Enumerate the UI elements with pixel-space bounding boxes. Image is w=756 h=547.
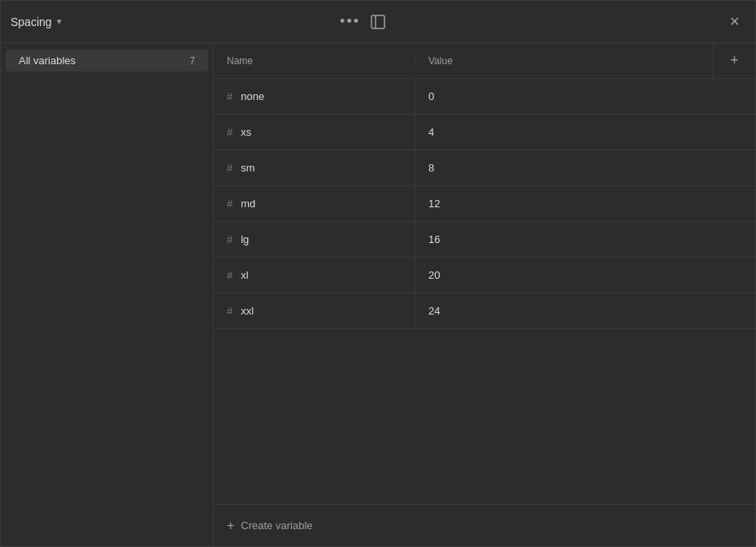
sidebar: All variables 7 <box>1 43 214 546</box>
sidebar-item-label: All variables <box>19 54 76 67</box>
hash-icon: # <box>227 90 232 102</box>
column-name-header: Name <box>214 55 415 67</box>
row-variable-name: sm <box>241 162 254 174</box>
row-variable-name: lg <box>241 233 249 245</box>
row-variable-name: xs <box>241 126 251 138</box>
create-variable-label: Create variable <box>241 519 312 532</box>
table-row[interactable]: #xxl24 <box>214 293 755 329</box>
table-row[interactable]: #xl20 <box>214 258 755 293</box>
column-value-header: Value <box>415 55 713 67</box>
create-variable-button[interactable]: + Create variable <box>214 504 755 546</box>
row-name-cell: #xl <box>214 258 415 293</box>
close-button[interactable]: ✕ <box>723 11 745 33</box>
hash-icon: # <box>227 162 232 174</box>
top-bar-center <box>365 9 391 35</box>
table-body: #none0#xs4#sm8#md12#lg16#xl20#xxl24 <box>214 79 755 504</box>
row-variable-value: 24 <box>415 293 755 328</box>
hash-icon: # <box>227 198 232 210</box>
row-variable-value: 16 <box>415 222 755 257</box>
table-row[interactable]: #md12 <box>214 186 755 222</box>
add-variable-button[interactable]: + <box>713 43 755 78</box>
hash-icon: # <box>227 305 232 317</box>
row-variable-value: 20 <box>415 258 755 293</box>
main-window: Spacing ▾ ••• ✕ All variables 7 <box>0 0 756 547</box>
row-variable-name: none <box>241 90 264 102</box>
hash-icon: # <box>227 269 232 281</box>
top-bar: Spacing ▾ ••• ✕ <box>1 1 755 43</box>
table-row[interactable]: #xs4 <box>214 115 755 150</box>
table-header: Name Value + <box>214 43 755 79</box>
row-variable-name: xxl <box>241 305 254 317</box>
row-name-cell: #none <box>214 79 415 114</box>
row-name-cell: #xxl <box>214 293 415 328</box>
svg-rect-0 <box>371 15 385 28</box>
window-title: Spacing <box>11 15 52 28</box>
title-chevron-icon: ▾ <box>57 16 62 27</box>
variables-panel: Name Value + #none0#xs4#sm8#md12#lg16#xl… <box>214 43 755 546</box>
row-variable-value: 4 <box>415 115 755 150</box>
row-name-cell: #lg <box>214 222 415 257</box>
row-variable-value: 8 <box>415 150 755 185</box>
row-variable-name: xl <box>241 269 248 281</box>
row-name-cell: #sm <box>214 150 415 185</box>
more-options-button[interactable]: ••• <box>335 10 365 33</box>
hash-icon: # <box>227 233 232 245</box>
hash-icon: # <box>227 126 232 138</box>
sidebar-toggle-button[interactable] <box>365 9 391 35</box>
table-row[interactable]: #none0 <box>214 79 755 115</box>
top-bar-right: ✕ <box>391 11 745 33</box>
row-variable-name: md <box>241 198 255 210</box>
sidebar-item-count: 7 <box>189 55 195 67</box>
row-name-cell: #xs <box>214 115 415 150</box>
main-content: All variables 7 Name Value + #none0#xs4#… <box>1 43 755 546</box>
sidebar-item-all-variables[interactable]: All variables 7 <box>6 50 208 72</box>
table-row[interactable]: #sm8 <box>214 150 755 186</box>
table-row[interactable]: #lg16 <box>214 222 755 258</box>
create-variable-plus-icon: + <box>227 519 234 533</box>
row-name-cell: #md <box>214 186 415 221</box>
row-variable-value: 0 <box>415 79 755 114</box>
row-variable-value: 12 <box>415 186 755 221</box>
top-bar-left: Spacing ▾ ••• <box>11 10 365 33</box>
